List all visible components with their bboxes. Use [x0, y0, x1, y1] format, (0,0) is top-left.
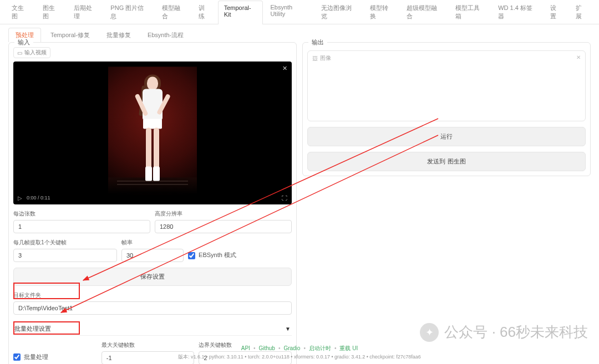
output-panel: 输出 图像 ✕ 运行 发送到 图生图 [302, 42, 591, 176]
footer: API•Github•Gradio•启动计时•重载 UI 版本: v1.6.1 … [0, 345, 599, 361]
per-side-label: 每边张数 [13, 210, 150, 218]
footer-link[interactable]: Gradio [283, 345, 300, 351]
main-tab[interactable]: 模型转换 [364, 0, 400, 24]
sub-tab[interactable]: Ebsynth-流程 [140, 28, 191, 42]
input-panel: 输入 输入视频 ✕ ▷ 0:00 / 0:11 ⛶ [8, 42, 297, 364]
ebsynth-mode-checkbox[interactable] [188, 252, 195, 259]
main-tabs: 文生图图生图后期处理PNG 图片信息模型融合训练Temporal-KitEbsy… [0, 0, 599, 24]
image-badge: 图像 [312, 54, 331, 62]
run-button[interactable]: 运行 [307, 127, 586, 146]
main-tab[interactable]: 图生图 [37, 0, 67, 24]
main-tab[interactable]: 后期处理 [68, 0, 104, 24]
main-tab[interactable]: 训练 [192, 0, 216, 24]
main-tab[interactable]: 模型融合 [156, 0, 192, 24]
fps-label: 帧率 [121, 239, 184, 247]
play-icon[interactable]: ▷ [18, 195, 22, 201]
footer-link[interactable]: Github [258, 345, 275, 351]
footer-link[interactable]: API [241, 345, 250, 351]
main-tab[interactable]: 扩展 [570, 0, 593, 24]
send-to-img2img-button[interactable]: 发送到 图生图 [307, 152, 586, 171]
per-side-input[interactable] [13, 220, 150, 233]
main-tab[interactable]: WD 1.4 标签器 [492, 0, 543, 24]
height-input[interactable] [155, 220, 292, 233]
main-tab[interactable]: 文生图 [6, 0, 35, 24]
sub-tab[interactable]: 批量修复 [99, 28, 138, 42]
footer-meta: 版本: v1.6.1 • python: 3.10.11 • torch: 2.… [0, 353, 599, 361]
main-tab[interactable]: Temporal-Kit [218, 1, 263, 24]
fps-input[interactable] [121, 249, 184, 262]
save-settings-button[interactable]: 保存设置 [13, 268, 292, 286]
main-tab[interactable]: Ebsynth Utility [264, 0, 313, 24]
footer-link[interactable]: 重载 UI [339, 345, 358, 351]
close-icon[interactable]: ✕ [576, 54, 581, 60]
sub-tab[interactable]: Temporal-修复 [43, 28, 97, 42]
keyframe-input[interactable] [13, 249, 117, 262]
height-label: 高度分辨率 [155, 210, 292, 218]
main-tab[interactable]: 无边图像浏览 [315, 0, 363, 24]
watermark: ✦ 公众号 · 66秒未来科技 [420, 322, 588, 342]
keyframe-label: 每几帧提取1个关键帧 [13, 239, 117, 247]
input-panel-title: 输入 [14, 38, 33, 47]
footer-link[interactable]: 启动计时 [309, 345, 331, 351]
main-tab[interactable]: 超级模型融合 [400, 0, 448, 24]
main-tab[interactable]: 设置 [544, 0, 568, 24]
target-folder-label: 目标文件夹 [13, 291, 292, 299]
wechat-icon: ✦ [420, 323, 439, 342]
ebsynth-mode-label: EBSynth 模式 [199, 251, 236, 259]
video-preview[interactable]: ✕ ▷ 0:00 / 0:11 ⛶ [13, 61, 292, 204]
fullscreen-icon[interactable]: ⛶ [282, 195, 287, 201]
video-time: 0:00 / 0:11 [27, 195, 50, 201]
output-panel-title: 输出 [308, 38, 327, 47]
target-folder-input[interactable] [13, 301, 292, 315]
batch-section-header[interactable]: 批量处理设置▼ [13, 322, 292, 336]
video-badge: 输入视频 [13, 47, 50, 58]
output-image-box: 图像 ✕ [307, 50, 586, 121]
main-tab[interactable]: PNG 图片信息 [104, 0, 155, 24]
chevron-down-icon: ▼ [285, 326, 291, 332]
main-tab[interactable]: 模型工具箱 [449, 0, 491, 24]
close-icon[interactable]: ✕ [282, 65, 287, 72]
sub-tabs: 预处理Temporal-修复批量修复Ebsynth-流程 [0, 24, 599, 42]
